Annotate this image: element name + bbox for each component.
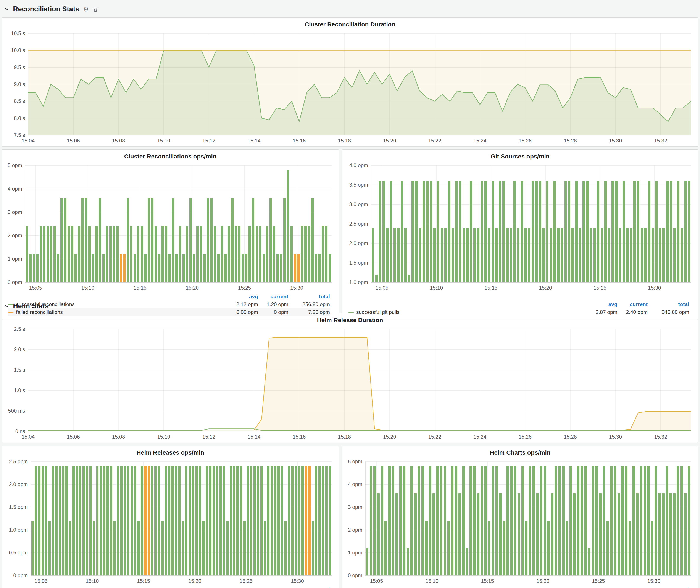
- legend-stat-header[interactable]: total: [648, 301, 689, 307]
- panel-title[interactable]: Cluster Reconciliation Duration: [5, 19, 695, 29]
- panel-title[interactable]: Helm Release Duration: [5, 315, 695, 325]
- legend-row: successful reconciliations2.12 opm1.20 o…: [8, 300, 330, 308]
- row-header-reconciliation-stats: Reconciliation Stats ⚙: [2, 2, 698, 16]
- legend-series-name[interactable]: failed reconciliations: [8, 309, 225, 315]
- panel-cluster-reconciliations-ops: Cluster Reconciliations ops/min 0 opm1 o…: [2, 149, 339, 320]
- svg-text:5 opm: 5 opm: [348, 459, 362, 464]
- svg-text:1 opm: 1 opm: [348, 550, 362, 556]
- legend-stat-header[interactable]: current: [617, 301, 648, 307]
- legend-stat-header[interactable]: total: [288, 294, 330, 300]
- legend-stat-header[interactable]: current: [258, 294, 288, 300]
- trash-icon[interactable]: [93, 6, 98, 12]
- svg-text:15:26: 15:26: [519, 434, 532, 440]
- svg-text:15:14: 15:14: [248, 434, 261, 440]
- svg-text:15:15: 15:15: [134, 285, 147, 291]
- svg-text:15:24: 15:24: [473, 434, 486, 440]
- legend-stat-header[interactable]: avg: [584, 587, 617, 588]
- cluster-reconciliation-duration-chart[interactable]: 7.5 s8.0 s8.5 s9.0 s9.5 s10.0 s10.5 s15:…: [5, 29, 695, 145]
- svg-text:15:05: 15:05: [370, 578, 383, 584]
- svg-text:4 opm: 4 opm: [348, 481, 362, 487]
- section-title[interactable]: Helm Stats: [13, 302, 49, 310]
- svg-text:15:25: 15:25: [592, 578, 605, 584]
- svg-text:15:25: 15:25: [240, 578, 253, 584]
- helm-release-duration-chart[interactable]: 0 ns500 ms1.0 s1.5 s2.0 s2.5 s15:0415:06…: [5, 325, 695, 441]
- svg-text:15:15: 15:15: [137, 578, 150, 584]
- svg-text:0 opm: 0 opm: [13, 572, 28, 578]
- panel-title[interactable]: Helm Charts ops/min: [345, 448, 695, 457]
- svg-text:15:12: 15:12: [202, 434, 215, 440]
- series-color-marker: [8, 312, 13, 313]
- svg-text:2.5 s: 2.5 s: [14, 326, 25, 332]
- section-title[interactable]: Reconciliation Stats: [13, 5, 79, 13]
- svg-text:1.5 opm: 1.5 opm: [9, 504, 28, 510]
- svg-text:0 ns: 0 ns: [15, 428, 25, 434]
- chart-svg[interactable]: 0 opm1 opm2 opm3 opm4 opm5 opm15:0515:10…: [5, 161, 336, 292]
- svg-text:15:24: 15:24: [473, 138, 486, 144]
- panel-row: Helm Releases ops/min 0 opm0.5 opm1.0 op…: [2, 446, 698, 588]
- gear-icon[interactable]: ⚙: [83, 6, 89, 12]
- svg-text:3 opm: 3 opm: [8, 209, 22, 215]
- svg-text:15:16: 15:16: [293, 434, 306, 440]
- svg-text:1.5 opm: 1.5 opm: [349, 260, 368, 266]
- svg-text:15:28: 15:28: [564, 434, 577, 440]
- legend-header: avgcurrenttotal: [348, 300, 689, 308]
- legend-stat-header[interactable]: avg: [584, 301, 617, 307]
- panel-title[interactable]: Cluster Reconciliations ops/min: [5, 152, 336, 161]
- legend-stat-value: 0 opm: [258, 309, 288, 315]
- svg-text:15:22: 15:22: [428, 138, 441, 144]
- chevron-down-icon[interactable]: [4, 7, 9, 11]
- svg-text:2 opm: 2 opm: [348, 527, 362, 533]
- legend-stat-header[interactable]: current: [617, 587, 648, 588]
- legend-stat-header[interactable]: total: [288, 587, 330, 588]
- legend-stat-header[interactable]: current: [258, 587, 288, 588]
- legend-table: avgcurrenttotalsuccessful reconciliation…: [5, 585, 336, 588]
- git-sources-bar-chart[interactable]: 1.0 opm1.5 opm2.0 opm2.5 opm3.0 opm3.5 o…: [345, 161, 695, 300]
- svg-text:4 opm: 4 opm: [8, 186, 22, 192]
- chevron-down-icon[interactable]: [4, 304, 9, 309]
- panel-helm-releases-ops: Helm Releases ops/min 0 opm0.5 opm1.0 op…: [2, 446, 339, 588]
- chart-svg[interactable]: 1.0 opm1.5 opm2.0 opm2.5 opm3.0 opm3.5 o…: [345, 161, 695, 292]
- legend-row: successful git pulls2.87 opm2.40 opm346.…: [348, 308, 689, 316]
- legend-table: avgcurrenttotalsuccessful chart pulls3.8…: [345, 585, 695, 588]
- svg-text:15:10: 15:10: [81, 285, 94, 291]
- legend-stat-value: 0.06 opm: [225, 309, 258, 315]
- svg-text:15:20: 15:20: [383, 434, 396, 440]
- svg-text:15:28: 15:28: [564, 138, 577, 144]
- svg-text:15:04: 15:04: [22, 434, 35, 440]
- legend-stat-header[interactable]: total: [648, 587, 689, 588]
- legend-stat-header[interactable]: avg: [225, 294, 258, 300]
- panel-helm-release-duration: Helm Release Duration 0 ns500 ms1.0 s1.5…: [2, 313, 698, 443]
- svg-text:15:06: 15:06: [67, 434, 80, 440]
- svg-text:15:32: 15:32: [654, 434, 667, 440]
- panel-git-sources-ops: Git Sources ops/min 1.0 opm1.5 opm2.0 op…: [342, 149, 698, 320]
- svg-text:7.5 s: 7.5 s: [14, 132, 25, 138]
- legend-series-name[interactable]: successful git pulls: [348, 309, 584, 315]
- helm-charts-bar-chart[interactable]: 0 opm1 opm2 opm3 opm4 opm5 opm15:0515:10…: [345, 457, 695, 585]
- svg-text:15:20: 15:20: [539, 285, 552, 291]
- legend-stat-header[interactable]: avg: [225, 587, 258, 588]
- grafana-dashboard: Reconciliation Stats ⚙ Cluster Reconcili…: [0, 0, 700, 588]
- svg-text:0.5 opm: 0.5 opm: [9, 550, 28, 556]
- svg-text:15:30: 15:30: [647, 578, 660, 584]
- svg-text:15:08: 15:08: [112, 138, 125, 144]
- chart-svg[interactable]: 0 ns500 ms1.0 s1.5 s2.0 s2.5 s15:0415:06…: [5, 325, 695, 441]
- legend-header: avgcurrenttotal: [8, 293, 330, 300]
- legend-stat-value: 256.80 opm: [288, 301, 330, 307]
- legend-row: failed reconciliations0.06 opm0 opm7.20 …: [8, 308, 330, 316]
- chart-svg[interactable]: 0 opm0.5 opm1.0 opm1.5 opm2.0 opm2.5 opm…: [5, 457, 336, 585]
- svg-text:15:08: 15:08: [112, 434, 125, 440]
- legend-header: avgcurrenttotal: [8, 586, 330, 588]
- dashboard-page: Reconciliation Stats ⚙ Cluster Reconcili…: [0, 0, 700, 588]
- svg-text:10.5 s: 10.5 s: [11, 30, 25, 36]
- chart-svg[interactable]: 7.5 s8.0 s8.5 s9.0 s9.5 s10.0 s10.5 s15:…: [5, 29, 695, 145]
- chart-svg[interactable]: 0 opm1 opm2 opm3 opm4 opm5 opm15:0515:10…: [345, 457, 695, 585]
- svg-text:15:10: 15:10: [157, 138, 170, 144]
- svg-text:15:30: 15:30: [648, 285, 661, 291]
- panel-title[interactable]: Git Sources ops/min: [345, 152, 695, 161]
- svg-text:15:18: 15:18: [338, 138, 351, 144]
- helm-releases-bar-chart[interactable]: 0 opm0.5 opm1.0 opm1.5 opm2.0 opm2.5 opm…: [5, 457, 336, 585]
- panel-cluster-reconciliation-duration: Cluster Reconciliation Duration 7.5 s8.0…: [2, 17, 698, 147]
- cluster-reconciliations-bar-chart[interactable]: 0 opm1 opm2 opm3 opm4 opm5 opm15:0515:10…: [5, 161, 336, 292]
- panel-title[interactable]: Helm Releases ops/min: [5, 448, 336, 457]
- svg-text:15:26: 15:26: [519, 138, 532, 144]
